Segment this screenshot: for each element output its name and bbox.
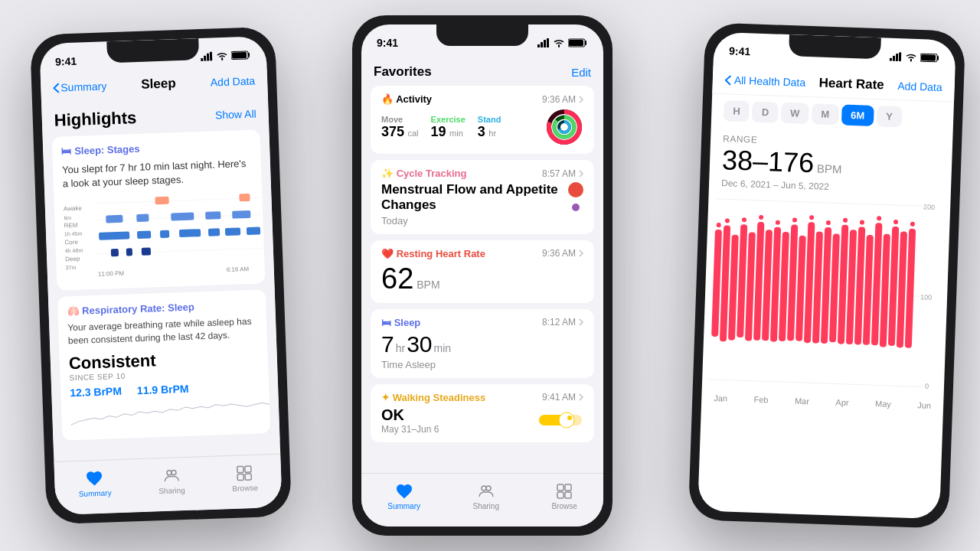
svg-point-78 <box>717 223 721 227</box>
svg-text:6m: 6m <box>64 215 71 220</box>
svg-rect-66 <box>893 56 895 61</box>
browse-tab-icon-center <box>555 482 573 500</box>
svg-line-76 <box>708 380 923 387</box>
svg-line-17 <box>97 249 263 255</box>
stand-value: 3 <box>478 124 485 139</box>
walking-time: 9:41 AM <box>542 392 583 403</box>
tab-sharing[interactable]: Sharing <box>158 466 185 495</box>
svg-rect-41 <box>238 474 244 480</box>
svg-rect-64 <box>565 492 571 498</box>
tab-H[interactable]: H <box>724 100 750 122</box>
hr-chart-area: 200 100 0 <box>702 191 951 399</box>
svg-rect-1 <box>204 56 206 61</box>
hr-title: Heart Rate <box>818 75 884 93</box>
hr-chart-svg: 200 100 0 <box>708 191 945 398</box>
month-may: May <box>875 399 891 409</box>
status-time-right: 9:41 <box>729 44 751 57</box>
edit-button[interactable]: Edit <box>571 66 591 79</box>
svg-text:100: 100 <box>920 293 932 302</box>
walking-value: OK <box>381 406 439 424</box>
move-label: Move <box>381 115 419 124</box>
wifi-icon-center <box>553 38 565 47</box>
tab-6M[interactable]: 6M <box>841 105 874 126</box>
svg-text:Core: Core <box>64 239 78 246</box>
tab-bar-center: Summary Sharing Browse <box>361 473 603 527</box>
svg-rect-20 <box>106 215 122 223</box>
svg-point-38 <box>172 470 176 474</box>
svg-rect-25 <box>99 232 129 240</box>
sleep-label-text: Time Asleep <box>381 359 583 370</box>
svg-point-86 <box>759 215 763 220</box>
cycle-content-row: Menstrual Flow and Appetite Changes Toda… <box>381 182 583 227</box>
back-chevron-icon-right <box>725 75 731 85</box>
svg-point-83 <box>742 217 746 222</box>
svg-text:0: 0 <box>925 383 929 390</box>
svg-rect-3 <box>210 51 212 60</box>
phone-health: 9:41 <box>352 15 612 536</box>
resp-val-2: 11.9 BrPM <box>137 383 189 396</box>
nav-add-data[interactable]: Add Data <box>211 75 256 89</box>
heart-rate-card[interactable]: ❤️ Resting Heart Rate 9:36 AM 62 BPM <box>371 240 594 303</box>
svg-line-14 <box>96 198 261 204</box>
tab-M[interactable]: M <box>812 103 839 125</box>
svg-rect-22 <box>171 213 194 221</box>
walking-title-header: ✦ Walking Steadiness <box>381 392 485 403</box>
nav-back-sleep[interactable]: Summary <box>53 80 106 93</box>
walking-steadiness-card[interactable]: ✦ Walking Steadiness 9:41 AM OK May 31–J… <box>371 384 594 442</box>
svg-rect-0 <box>201 58 203 61</box>
sleep-stages-card[interactable]: 🛏 🛏 Sleep: Stages Sleep: Stages You slep… <box>52 129 266 291</box>
highlights-title: Highlights <box>54 108 136 131</box>
tab-summary-center[interactable]: Summary <box>387 482 420 510</box>
chevron-right-sleep <box>579 318 583 326</box>
stand-label: Stand <box>478 115 501 124</box>
respiratory-title: 🫁 Respiratory Rate: Sleep <box>67 299 256 318</box>
svg-text:Deep: Deep <box>65 256 80 263</box>
status-icons-center <box>537 38 588 47</box>
svg-rect-44 <box>541 42 543 47</box>
sleep-chart-svg: Awake 6m REM 1h 45m Core 4h 48m Deep 37m <box>63 191 265 282</box>
activity-card[interactable]: 🔥 Activity 9:36 AM Move 375 cal <box>371 86 594 154</box>
hr-back[interactable]: All Health Data <box>725 73 806 89</box>
stand-unit: hr <box>488 129 496 138</box>
month-apr: Apr <box>835 398 849 408</box>
tab-browse-label: Browse <box>232 484 258 493</box>
status-time-left: 9:41 <box>55 55 77 68</box>
cycle-tracking-card[interactable]: ✨ Cycle Tracking 8:57 AM Menstrual Flow … <box>371 160 594 234</box>
svg-rect-27 <box>160 230 169 238</box>
sleep-card-center[interactable]: 🛏 Sleep 8:12 AM 7 hr 30 min Time Asleep <box>371 309 594 378</box>
svg-rect-5 <box>232 52 247 59</box>
hr-range-value: 38–176 BPM <box>721 144 939 184</box>
cycle-subtitle: Today <box>381 215 568 227</box>
tab-sharing-center[interactable]: Sharing <box>472 482 498 510</box>
activity-ring-container <box>545 108 583 146</box>
move-metric: Move 375 cal <box>381 115 419 140</box>
phone-hr-screen: 9:41 <box>697 32 956 520</box>
activity-card-header: 🔥 Activity 9:36 AM <box>381 93 583 105</box>
phone-health-screen: 9:41 <box>361 24 603 527</box>
cycle-text-col: Menstrual Flow and Appetite Changes Toda… <box>381 182 568 227</box>
sleep-title-header: 🛏 Sleep <box>381 317 420 328</box>
month-feb: Feb <box>753 395 768 405</box>
tab-D[interactable]: D <box>752 101 778 122</box>
tab-browse-center[interactable]: Browse <box>551 482 577 510</box>
show-all-link[interactable]: Show All <box>215 108 256 122</box>
exercise-label: Exercise <box>431 115 466 124</box>
svg-rect-70 <box>921 54 936 61</box>
svg-point-58 <box>567 416 572 420</box>
tab-browse[interactable]: Browse <box>231 464 258 493</box>
favorites-title: Favorites <box>374 64 432 80</box>
status-icons-left <box>201 51 251 61</box>
battery-icon-left <box>231 51 251 60</box>
walking-content-row: OK May 31–Jun 6 <box>381 406 583 435</box>
tab-summary[interactable]: Summary <box>78 468 112 497</box>
phone-heart-rate: 9:41 <box>688 22 965 528</box>
tab-Y[interactable]: Y <box>877 106 903 127</box>
tab-W[interactable]: W <box>781 103 809 124</box>
svg-rect-67 <box>896 54 898 61</box>
back-chevron-icon <box>53 83 59 93</box>
hr-add-data[interactable]: Add Data <box>897 80 942 93</box>
battery-icon-center <box>568 38 588 47</box>
cycle-dot-purple <box>572 204 580 211</box>
svg-point-101 <box>843 218 848 223</box>
respiratory-card[interactable]: 🫁 Respiratory Rate: Sleep Your average b… <box>57 290 270 441</box>
